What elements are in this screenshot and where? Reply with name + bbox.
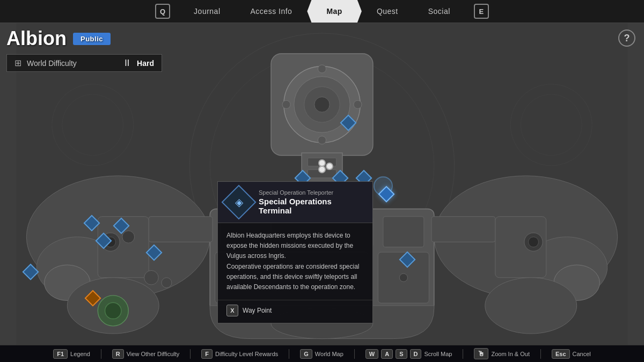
label-difficulty-rewards: Difficulty Level Rewards bbox=[215, 351, 278, 357]
tooltip-header: ◈ Special Operation Teleporter Special O… bbox=[218, 182, 372, 223]
map-marker-right-1[interactable] bbox=[401, 254, 413, 265]
circle-icon-3 bbox=[326, 162, 333, 170]
difficulty-bar: ⊞ World Difficulty II Hard bbox=[6, 54, 162, 72]
location-title-row: Albion Public bbox=[6, 27, 162, 50]
map-marker-circle-2[interactable] bbox=[318, 166, 326, 173]
map-marker-left-2[interactable] bbox=[115, 220, 127, 232]
tooltip-icon-wrap: ◈ bbox=[221, 184, 256, 219]
label-cancel: Cancel bbox=[573, 351, 591, 357]
visibility-badge: Public bbox=[73, 33, 111, 45]
difficulty-label: World Difficulty bbox=[27, 59, 119, 68]
diamond-icon-1 bbox=[340, 114, 356, 131]
key-esc[interactable]: Esc bbox=[552, 349, 570, 359]
key-r[interactable]: R bbox=[112, 349, 124, 359]
key-zoom[interactable]: 🖱 bbox=[474, 348, 488, 359]
map-marker-left-1[interactable] bbox=[86, 217, 98, 229]
svg-point-50 bbox=[399, 274, 407, 282]
svg-rect-42 bbox=[149, 217, 213, 242]
svg-point-13 bbox=[144, 270, 159, 285]
map-area: Albion Public ⊞ World Difficulty II Hard… bbox=[0, 23, 644, 345]
sep-2 bbox=[190, 349, 191, 359]
key-f[interactable]: F bbox=[201, 349, 213, 359]
svg-point-29 bbox=[282, 100, 290, 108]
sep-5 bbox=[463, 349, 463, 359]
sep-4 bbox=[354, 349, 355, 359]
teleporter-icon: ◈ bbox=[235, 196, 243, 209]
shortcut-difficulty-rewards: F Difficulty Level Rewards bbox=[201, 349, 278, 359]
sep-1 bbox=[101, 349, 101, 359]
location-header: Albion Public ⊞ World Difficulty II Hard bbox=[6, 27, 162, 72]
tooltip-title-wrap: Special Operation Teleporter Special Ope… bbox=[259, 189, 364, 215]
map-marker-teleporter[interactable] bbox=[380, 188, 392, 200]
sep-3 bbox=[289, 349, 289, 359]
difficulty-value: Hard bbox=[137, 59, 154, 68]
svg-point-20 bbox=[528, 237, 538, 247]
shortcut-scroll: W A S D Scroll Map bbox=[365, 349, 452, 359]
diamond-icon-orange bbox=[84, 290, 101, 306]
label-zoom: Zoom In & Out bbox=[491, 351, 530, 357]
key-g[interactable]: G bbox=[300, 349, 312, 359]
nav-items: Q Journal Access Info Map Quest Social E bbox=[147, 0, 497, 23]
bottom-bar: F1 Legend R View Other Difficulty F Diff… bbox=[0, 345, 644, 362]
tooltip-title: Special Operations Terminal bbox=[259, 197, 364, 215]
tab-journal[interactable]: Journal bbox=[179, 0, 235, 23]
sep-6 bbox=[540, 349, 541, 359]
svg-point-21 bbox=[485, 278, 577, 334]
diamond-icon-left-3 bbox=[95, 232, 112, 249]
shortcut-legend: F1 Legend bbox=[53, 349, 90, 359]
map-marker-1[interactable] bbox=[342, 117, 354, 129]
diamond-icon-left-1 bbox=[83, 215, 100, 231]
top-navigation: Q Journal Access Info Map Quest Social E bbox=[0, 0, 644, 23]
label-world-map: World Map bbox=[315, 351, 343, 357]
svg-point-27 bbox=[318, 65, 326, 73]
key-a[interactable]: A bbox=[381, 349, 393, 359]
tooltip-body: Albion Headquarters employs this device … bbox=[218, 223, 372, 300]
circle-icon-2 bbox=[318, 166, 326, 173]
difficulty-pipes: II bbox=[125, 58, 129, 68]
key-s[interactable]: S bbox=[396, 349, 407, 359]
tooltip-action: Way Point bbox=[243, 307, 272, 314]
diamond-icon-bottom-1 bbox=[145, 244, 162, 261]
diamond-icon-far-left bbox=[22, 263, 39, 280]
label-scroll: Scroll Map bbox=[424, 351, 452, 357]
shortcut-cancel: Esc Cancel bbox=[552, 349, 591, 359]
tab-social[interactable]: Social bbox=[413, 0, 465, 23]
shortcut-zoom: 🖱 Zoom In & Out bbox=[474, 348, 530, 359]
map-marker-left-3[interactable] bbox=[98, 235, 109, 247]
map-marker-far-left[interactable] bbox=[25, 266, 36, 278]
svg-point-12 bbox=[105, 302, 121, 319]
svg-point-30 bbox=[354, 100, 362, 108]
tooltip-key[interactable]: X bbox=[226, 305, 238, 316]
tooltip-popup: ◈ Special Operation Teleporter Special O… bbox=[217, 181, 373, 323]
tab-map[interactable]: Map bbox=[307, 0, 362, 23]
map-marker-bottom-1[interactable] bbox=[148, 247, 160, 258]
tab-quest[interactable]: Quest bbox=[362, 0, 413, 23]
map-marker-orange[interactable] bbox=[87, 292, 99, 304]
tooltip-subtitle: Special Operation Teleporter bbox=[259, 189, 364, 196]
svg-point-14 bbox=[162, 278, 172, 288]
difficulty-icon: ⊞ bbox=[14, 58, 21, 68]
svg-point-9 bbox=[122, 231, 135, 243]
svg-rect-43 bbox=[431, 217, 495, 242]
svg-rect-38 bbox=[383, 217, 424, 247]
diamond-icon-right-1 bbox=[399, 251, 415, 268]
nav-key-e[interactable]: E bbox=[474, 4, 489, 19]
svg-point-28 bbox=[318, 136, 326, 144]
shortcut-other-difficulty: R View Other Difficulty bbox=[112, 349, 180, 359]
location-name: Albion bbox=[6, 27, 67, 50]
key-f1[interactable]: F1 bbox=[53, 349, 68, 359]
svg-point-26 bbox=[314, 97, 330, 112]
nav-key-q[interactable]: Q bbox=[155, 4, 170, 19]
shortcut-world-map: G World Map bbox=[300, 349, 343, 359]
label-legend: Legend bbox=[70, 351, 90, 357]
tooltip-footer: X Way Point bbox=[218, 300, 372, 323]
label-other-difficulty: View Other Difficulty bbox=[127, 351, 180, 357]
tab-access-info[interactable]: Access Info bbox=[236, 0, 308, 23]
diamond-icon-teleporter bbox=[378, 186, 394, 202]
diamond-icon-left-2 bbox=[113, 217, 129, 234]
map-marker-circle-3[interactable] bbox=[326, 162, 333, 170]
key-d[interactable]: D bbox=[410, 349, 422, 359]
key-w[interactable]: W bbox=[365, 349, 378, 359]
help-button[interactable]: ? bbox=[618, 29, 635, 47]
